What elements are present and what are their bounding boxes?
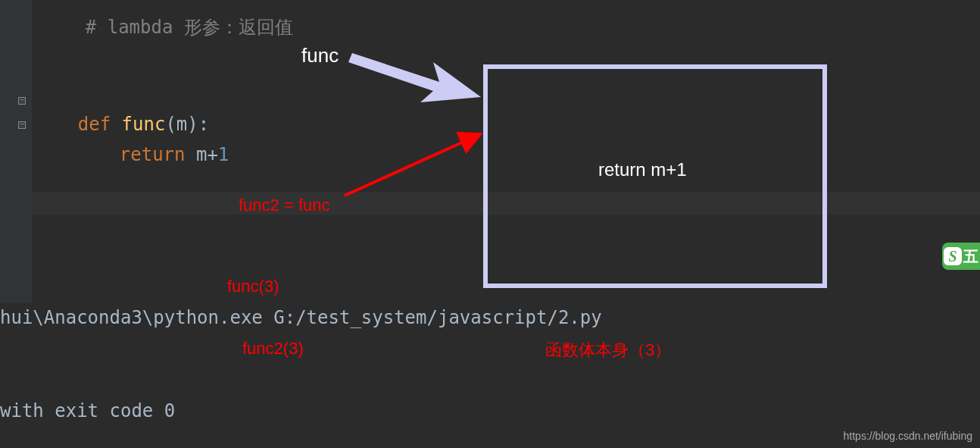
code-return-line[interactable]: return m+1: [76, 123, 229, 186]
gutter: [0, 0, 32, 303]
annotation-func-call: func(3): [227, 277, 279, 296]
ime-badge-s-icon: S: [944, 247, 962, 265]
fold-marker-icon[interactable]: [18, 121, 26, 129]
annotation-body-call: 函数体本身（3）: [545, 339, 671, 362]
code-comment: # lambda 形参：返回值: [42, 0, 293, 61]
ime-badge[interactable]: S 五: [942, 243, 980, 270]
svg-line-1: [345, 135, 479, 196]
svg-marker-0: [348, 53, 481, 102]
watermark: https://blog.csdn.net/ifubing: [844, 430, 972, 442]
ime-badge-text: 五: [963, 246, 978, 267]
terminal-run-line: hui\Anaconda3\python.exe G:/test_system/…: [0, 307, 602, 328]
annotation-func2-call: func2(3): [242, 339, 304, 359]
annotation-box-content: return m+1: [598, 159, 687, 180]
terminal-exit-line: with exit code 0: [0, 400, 175, 421]
annotation-func-label: func: [301, 44, 339, 67]
editor-area: # lambda 形参：返回值 def func(m): return m+1 …: [0, 0, 980, 448]
annotation-func2-assign: func2 = func: [239, 196, 329, 215]
fold-marker-icon[interactable]: [18, 97, 26, 105]
